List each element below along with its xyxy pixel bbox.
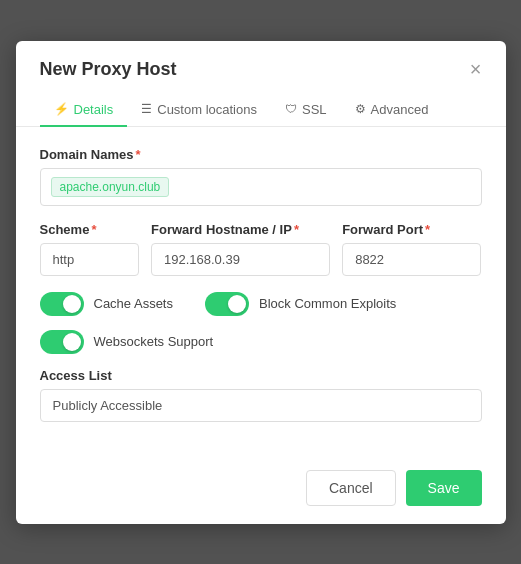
forward-port-input[interactable]: [342, 243, 481, 276]
scheme-label: Scheme*: [40, 222, 140, 237]
tab-advanced[interactable]: ⚙ Advanced: [341, 94, 443, 127]
domain-names-label: Domain Names*: [40, 147, 482, 162]
modal-title: New Proxy Host: [40, 59, 177, 80]
custom-locations-icon: ☰: [141, 102, 152, 116]
cache-assets-label: Cache Assets: [94, 296, 174, 311]
domain-tag: apache.onyun.club: [51, 177, 170, 197]
domain-names-input[interactable]: apache.onyun.club: [40, 168, 482, 206]
scheme-input[interactable]: [40, 243, 140, 276]
ssl-icon: 🛡: [285, 102, 297, 116]
cache-assets-toggle[interactable]: [40, 292, 84, 316]
close-button[interactable]: ×: [470, 59, 482, 79]
tab-custom-locations-label: Custom locations: [157, 102, 257, 117]
block-exploits-toggle-item: Block Common Exploits: [205, 292, 396, 316]
forward-host-label: Forward Hostname / IP*: [151, 222, 330, 237]
tab-ssl[interactable]: 🛡 SSL: [271, 94, 341, 127]
tab-details-label: Details: [74, 102, 114, 117]
cancel-button[interactable]: Cancel: [306, 470, 396, 506]
tab-details[interactable]: ⚡ Details: [40, 94, 128, 127]
forward-port-label: Forward Port*: [342, 222, 481, 237]
block-exploits-toggle[interactable]: [205, 292, 249, 316]
save-button[interactable]: Save: [406, 470, 482, 506]
access-list-input[interactable]: [40, 389, 482, 422]
tab-advanced-label: Advanced: [371, 102, 429, 117]
tab-ssl-label: SSL: [302, 102, 327, 117]
websockets-label: Websockets Support: [94, 334, 214, 349]
tab-custom-locations[interactable]: ☰ Custom locations: [127, 94, 271, 127]
websockets-toggle[interactable]: [40, 330, 84, 354]
details-icon: ⚡: [54, 102, 69, 116]
advanced-icon: ⚙: [355, 102, 366, 116]
forward-host-input[interactable]: [151, 243, 330, 276]
cache-assets-toggle-item: Cache Assets: [40, 292, 174, 316]
access-list-label: Access List: [40, 368, 482, 383]
required-marker: *: [135, 147, 140, 162]
tab-bar: ⚡ Details ☰ Custom locations 🛡 SSL ⚙ Adv…: [16, 94, 506, 127]
websockets-toggle-item: Websockets Support: [40, 330, 214, 354]
block-exploits-label: Block Common Exploits: [259, 296, 396, 311]
